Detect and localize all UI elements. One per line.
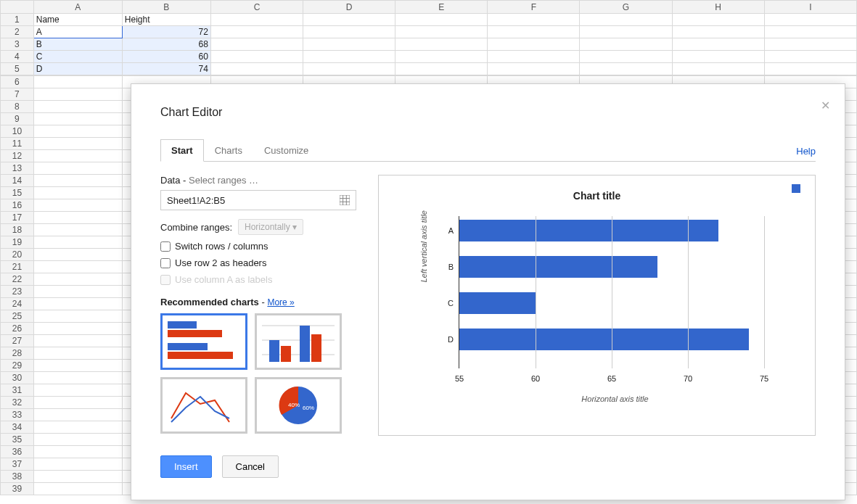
row-header[interactable]: 5 bbox=[1, 63, 34, 75]
tab-customize[interactable]: Customize bbox=[253, 139, 319, 162]
row2-headers-check[interactable]: Use row 2 as headers bbox=[160, 257, 356, 268]
col-header-d[interactable]: D bbox=[303, 1, 395, 14]
row-header[interactable]: 3 bbox=[1, 38, 34, 51]
cell[interactable] bbox=[580, 51, 672, 63]
cell[interactable] bbox=[33, 224, 122, 236]
switch-rows-checkbox[interactable] bbox=[160, 241, 171, 252]
cell[interactable] bbox=[33, 199, 122, 212]
cell[interactable] bbox=[33, 446, 122, 458]
row-header[interactable]: 19 bbox=[1, 236, 34, 249]
cell[interactable] bbox=[33, 471, 122, 483]
row-header[interactable]: 32 bbox=[1, 397, 34, 409]
row-header[interactable]: 13 bbox=[1, 162, 34, 175]
row-header[interactable]: 24 bbox=[1, 298, 34, 310]
col-header-i[interactable]: I bbox=[764, 1, 856, 14]
cell[interactable] bbox=[672, 26, 764, 38]
cell[interactable] bbox=[488, 63, 580, 75]
cancel-button[interactable]: Cancel bbox=[222, 455, 279, 478]
cell[interactable] bbox=[210, 26, 303, 38]
cell[interactable] bbox=[672, 14, 764, 26]
row-header[interactable]: 4 bbox=[1, 51, 34, 63]
cell[interactable] bbox=[672, 51, 764, 63]
row-header[interactable]: 33 bbox=[1, 409, 34, 421]
thumb-vbar[interactable] bbox=[255, 313, 342, 370]
cell[interactable] bbox=[33, 261, 122, 273]
cell[interactable] bbox=[303, 63, 395, 75]
row-header[interactable]: 39 bbox=[1, 483, 34, 495]
cell[interactable] bbox=[764, 14, 856, 26]
cell[interactable] bbox=[580, 63, 672, 75]
col-header-b[interactable]: B bbox=[122, 1, 210, 14]
cell[interactable] bbox=[210, 51, 303, 63]
row2-headers-checkbox[interactable] bbox=[160, 258, 171, 268]
cell[interactable] bbox=[33, 335, 122, 347]
cell[interactable] bbox=[303, 38, 395, 51]
tab-start[interactable]: Start bbox=[160, 139, 204, 162]
row-header[interactable]: 12 bbox=[1, 150, 34, 162]
cell[interactable] bbox=[303, 14, 395, 26]
cell[interactable] bbox=[210, 38, 303, 51]
cell[interactable] bbox=[33, 162, 122, 175]
cell[interactable] bbox=[33, 138, 122, 150]
cell[interactable]: Height bbox=[122, 14, 210, 26]
row-header[interactable]: 16 bbox=[1, 199, 34, 212]
row-header[interactable]: 30 bbox=[1, 372, 34, 384]
row-header[interactable]: 15 bbox=[1, 187, 34, 199]
cell[interactable] bbox=[764, 38, 856, 51]
thumb-line[interactable] bbox=[160, 377, 247, 434]
row-header[interactable]: 8 bbox=[1, 101, 34, 113]
close-icon[interactable]: ✕ bbox=[821, 99, 830, 112]
cell[interactable] bbox=[33, 249, 122, 261]
cell[interactable] bbox=[33, 372, 122, 384]
tab-charts[interactable]: Charts bbox=[204, 139, 253, 162]
row-header[interactable]: 6 bbox=[1, 76, 34, 88]
row-header[interactable]: 35 bbox=[1, 434, 34, 446]
row-header[interactable]: 26 bbox=[1, 323, 34, 335]
combine-select[interactable]: Horizontally ▾ bbox=[238, 219, 303, 235]
cell[interactable] bbox=[33, 187, 122, 199]
cell[interactable] bbox=[210, 14, 303, 26]
cell[interactable] bbox=[33, 458, 122, 471]
cell[interactable] bbox=[33, 421, 122, 434]
cell[interactable] bbox=[33, 483, 122, 495]
cell[interactable] bbox=[303, 26, 395, 38]
cell[interactable]: C bbox=[33, 51, 122, 63]
cell[interactable]: 74 bbox=[122, 63, 210, 75]
cell[interactable] bbox=[33, 286, 122, 298]
cell[interactable] bbox=[672, 38, 764, 51]
help-link[interactable]: Help bbox=[796, 146, 816, 157]
switch-rows-check[interactable]: Switch rows / columns bbox=[160, 241, 356, 252]
cell[interactable] bbox=[488, 51, 580, 63]
row-header[interactable]: 28 bbox=[1, 347, 34, 360]
cell[interactable] bbox=[580, 38, 672, 51]
row-header[interactable]: 2 bbox=[1, 26, 34, 38]
insert-button[interactable]: Insert bbox=[160, 455, 212, 478]
row-header[interactable]: 34 bbox=[1, 421, 34, 434]
col-header-e[interactable]: E bbox=[395, 1, 488, 14]
cell[interactable] bbox=[33, 76, 122, 88]
row-header[interactable]: 7 bbox=[1, 88, 34, 101]
cell[interactable] bbox=[33, 397, 122, 409]
col-header-g[interactable]: G bbox=[580, 1, 672, 14]
cell[interactable] bbox=[395, 14, 488, 26]
more-link[interactable]: More » bbox=[267, 297, 294, 307]
cell[interactable] bbox=[33, 113, 122, 125]
cell[interactable] bbox=[33, 310, 122, 323]
cell[interactable]: 72 bbox=[122, 26, 210, 38]
cell[interactable] bbox=[33, 236, 122, 249]
cell[interactable] bbox=[488, 26, 580, 38]
cell[interactable] bbox=[33, 175, 122, 187]
col-header-c[interactable]: C bbox=[210, 1, 303, 14]
row-header[interactable]: 11 bbox=[1, 138, 34, 150]
cell[interactable] bbox=[672, 63, 764, 75]
row-header[interactable]: 27 bbox=[1, 335, 34, 347]
cell[interactable] bbox=[33, 384, 122, 397]
cell[interactable]: 60 bbox=[122, 51, 210, 63]
cell[interactable] bbox=[33, 434, 122, 446]
corner-cell[interactable] bbox=[1, 1, 34, 14]
cell[interactable] bbox=[303, 51, 395, 63]
row-header[interactable]: 36 bbox=[1, 446, 34, 458]
cell[interactable] bbox=[33, 360, 122, 372]
cell[interactable] bbox=[764, 26, 856, 38]
cell[interactable] bbox=[33, 212, 122, 224]
